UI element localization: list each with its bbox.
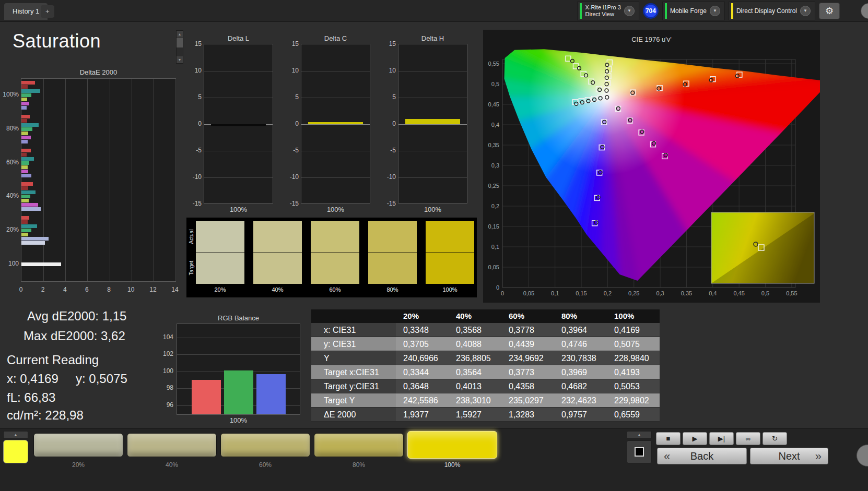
avg-de2000-readout: Avg dE2000: 1,15	[27, 309, 126, 324]
delta-chart-y-tick-label: 15	[185, 40, 202, 47]
add-tab-button[interactable]: +	[41, 5, 54, 18]
table-cell: 0,3344	[396, 365, 449, 379]
patch-button-label: 100%	[407, 461, 497, 469]
delta-chart-gridline	[301, 151, 370, 151]
rgb-y-tick-label: 100	[157, 367, 173, 375]
patch-button-40%[interactable]	[127, 433, 217, 457]
display-dropdown-icon[interactable]: ▼	[800, 6, 811, 16]
cie-y-tick-label: 0,1	[491, 244, 499, 250]
delta-chart-y-tick-label: -5	[185, 147, 202, 154]
table-row-label: Target Y	[311, 393, 396, 407]
delta-chart-bar	[308, 122, 363, 124]
cie-x-tick-label: 0,5	[761, 290, 769, 296]
table-cell: 0,3648	[396, 379, 449, 393]
table-cell: 230,7838	[554, 351, 607, 365]
calibration-app-window: History 1 + X-Rite i1Pro 3 Direct View ▼…	[0, 0, 868, 491]
vertical-scrollbar[interactable]: ▲ ▼	[176, 30, 183, 64]
delta-chart-x-label: 100%	[398, 206, 467, 213]
delta-chart-title: Delta L	[204, 34, 273, 42]
table-cell: 0,3348	[396, 323, 449, 337]
table-cell: 0,9757	[554, 408, 607, 421]
cie-y-tick-label: 0,5	[491, 81, 499, 87]
patch-button-80%[interactable]	[314, 433, 404, 457]
left-panel-expand-icon[interactable]: ▲	[3, 431, 28, 439]
source-selector[interactable]: Mobile Forge ▼	[662, 2, 725, 20]
delta-chart-y-tick-label: -15	[185, 200, 202, 207]
pattern-window-icon	[635, 447, 644, 457]
cie-y-tick-label: 0,05	[488, 264, 499, 270]
rgb-bar-red	[192, 380, 221, 414]
de2000-bar	[21, 216, 29, 220]
stop-button[interactable]: ■	[656, 432, 681, 445]
step-button[interactable]: ▶|	[709, 432, 734, 445]
table-column-header: 80%	[554, 309, 607, 323]
settings-gear-icon[interactable]: ⚙	[819, 3, 840, 19]
scrollbar-thumb[interactable]	[177, 38, 183, 47]
patch-button-60%[interactable]	[220, 433, 310, 457]
back-chevron-icon: «	[664, 450, 670, 463]
de2000-bar	[21, 157, 34, 161]
meter-status-accent	[580, 3, 582, 19]
table-column-header: 60%	[501, 309, 554, 323]
cie-x-tick-label: 0,35	[681, 290, 692, 296]
next-button[interactable]: Next »	[750, 448, 828, 464]
patch-button-100%[interactable]	[407, 431, 497, 459]
cie-y-tick-label: 0,2	[491, 203, 499, 209]
de2000-bar	[21, 182, 33, 186]
continuous-button[interactable]: ∞	[736, 432, 760, 445]
delta-chart-y-tick-label: 5	[185, 93, 202, 101]
cie-x-tick-label: 0,2	[604, 290, 612, 296]
table-row: x: CIE310,33480,35680,37780,39640,4169	[311, 323, 660, 337]
de2000-bar	[21, 98, 27, 101]
scroll-down-icon[interactable]: ▼	[177, 56, 183, 63]
display-control-selector[interactable]: Direct Display Control ▼	[729, 2, 815, 20]
back-button[interactable]: « Back	[657, 448, 747, 464]
current-x-readout: x: 0,4169	[7, 372, 58, 386]
meter-dropdown-icon[interactable]: ▼	[624, 6, 635, 16]
cie-x-tick-label: 0,4	[709, 290, 717, 296]
patch-button-20%[interactable]	[33, 433, 123, 457]
table-row: Target y:CIE310,36480,40130,43580,46820,…	[311, 379, 660, 393]
cie-y-tick-label: 0,55	[488, 61, 499, 67]
table-cell: 0,4439	[501, 337, 554, 351]
de2000-x-tick-label: 0	[15, 286, 27, 293]
cie-y-tick-label: 0,35	[488, 142, 499, 148]
table-cell: 0,4169	[607, 323, 660, 337]
delta-chart-y-tick-label: 5	[282, 93, 299, 101]
pattern-window-button[interactable]	[627, 440, 652, 463]
patch-count-badge[interactable]: 704	[643, 3, 659, 19]
de2000-bar	[21, 102, 29, 105]
target-swatch-40%	[253, 253, 302, 284]
delta-chart-y-tick-label: 5	[379, 93, 396, 101]
source-dropdown-icon[interactable]: ▼	[710, 6, 720, 16]
cie-x-tick-label: 0	[501, 290, 504, 296]
loop-button[interactable]: ↻	[763, 432, 787, 445]
swatch-label: 80%	[368, 286, 417, 293]
rgb-balance-plot	[177, 324, 300, 415]
meter-selector[interactable]: X-Rite i1Pro 3 Direct View ▼	[577, 2, 639, 20]
delta-chart-gridline	[398, 177, 467, 178]
table-cell: 0,3773	[501, 365, 554, 379]
de2000-bar	[21, 127, 32, 131]
delta-chart-y-tick-label: 10	[282, 67, 299, 74]
de2000-bar	[21, 195, 30, 198]
edge-partial-button[interactable]	[861, 3, 868, 19]
top-bar: History 1 + X-Rite i1Pro 3 Direct View ▼…	[0, 0, 868, 22]
cie-y-tick-label: 0,3	[491, 162, 499, 169]
table-cell: 238,3010	[449, 393, 501, 407]
table-row-label: ΔE 2000	[311, 408, 396, 421]
de2000-bar	[21, 174, 31, 177]
scroll-up-icon[interactable]: ▲	[177, 31, 183, 38]
current-cdm2-readout: cd/m²: 228,98	[7, 408, 84, 423]
table-cell: 0,4088	[449, 337, 501, 351]
right-panel-expand-icon[interactable]: ▲	[627, 431, 652, 439]
source-status-accent	[665, 3, 667, 19]
delta-chart-y-tick-label: -10	[282, 173, 299, 181]
de2000-y-tick-label: 80%	[1, 125, 19, 132]
rgb-y-tick-label: 98	[157, 384, 173, 391]
de2000-bar	[21, 233, 28, 236]
table-cell: 0,3564	[449, 365, 501, 379]
play-button[interactable]: ▶	[683, 432, 707, 445]
table-header-row: 20%40%60%80%100%	[311, 309, 660, 323]
table-column-header: 40%	[449, 309, 501, 323]
